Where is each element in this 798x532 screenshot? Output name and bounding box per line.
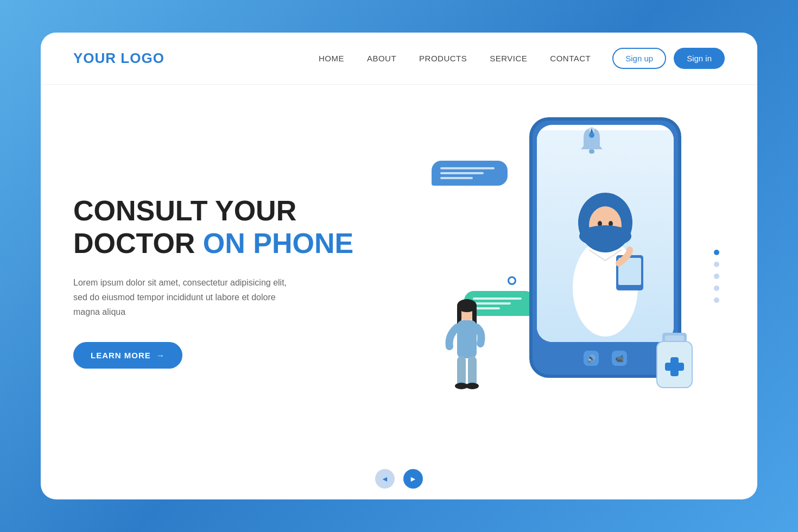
svg-point-5 [579, 225, 631, 247]
learn-more-button[interactable]: LEARN MORE → [73, 342, 182, 369]
bubble-line-1 [440, 167, 495, 169]
nav-dot-1[interactable] [714, 250, 719, 255]
patient-svg [445, 297, 489, 395]
main-content: CONSULT YOUR DOCTOR ON PHONE Lorem ipsum… [41, 85, 757, 463]
nav-service[interactable]: SERVICE [490, 54, 527, 63]
nav-home[interactable]: HOME [319, 54, 344, 63]
signup-button[interactable]: Sign up [612, 48, 666, 69]
prev-arrow-button[interactable]: ◄ [375, 469, 395, 489]
phone-video-icon: 📹 [612, 351, 627, 366]
svg-rect-23 [468, 356, 477, 386]
right-panel: + [356, 106, 725, 446]
play-arrow-button[interactable]: ► [403, 469, 423, 489]
nav-dot-2[interactable] [714, 262, 719, 267]
bottom-navigation: ◄ ► [41, 463, 757, 499]
notification-bell [578, 125, 605, 160]
bubble-line-2 [440, 172, 484, 174]
medicine-bottle [651, 333, 698, 397]
hero-description: Lorem ipsum dolor sit amet, consectetur … [73, 275, 301, 320]
svg-point-25 [466, 383, 479, 389]
svg-point-16 [589, 132, 594, 138]
medicine-bottle-svg [651, 333, 698, 395]
doctor-illustration [537, 179, 674, 342]
svg-rect-14 [589, 149, 594, 154]
learn-more-label: LEARN MORE [91, 351, 151, 360]
phone-screen [537, 125, 674, 342]
nav-contact[interactable]: CONTACT [550, 54, 591, 63]
bubble-line-3 [440, 177, 473, 179]
nav-dot-5[interactable] [714, 297, 719, 303]
doctor-area [537, 130, 674, 342]
patient-figure [445, 297, 489, 397]
left-panel: CONSULT YOUR DOCTOR ON PHONE Lorem ipsum… [73, 106, 356, 446]
nav-about[interactable]: ABOUT [367, 54, 396, 63]
hero-title-highlight: ON PHONE [203, 227, 353, 259]
nav-dot-4[interactable] [714, 286, 719, 291]
hero-title-line1: CONSULT YOUR [73, 195, 296, 226]
landing-page-card: YOUR LOGO HOME ABOUT PRODUCTS SERVICE CO… [41, 33, 757, 499]
bell-svg [578, 125, 605, 158]
svg-rect-22 [457, 356, 466, 386]
hero-title-line2: DOCTOR [73, 227, 203, 259]
hero-title: CONSULT YOUR DOCTOR ON PHONE [73, 195, 356, 260]
nav-dot-3[interactable] [714, 274, 719, 279]
signin-button[interactable]: Sign in [674, 48, 725, 69]
phone-audio-icon: 🔊 [584, 351, 599, 366]
learn-more-arrow: → [156, 351, 165, 360]
svg-rect-13 [665, 363, 684, 371]
chat-bubble-doctor [432, 161, 508, 186]
circle-outline [508, 276, 516, 285]
nav-dots [714, 250, 719, 303]
nav-links: HOME ABOUT PRODUCTS SERVICE CONTACT [319, 54, 591, 64]
nav-products[interactable]: PRODUCTS [419, 54, 467, 63]
logo: YOUR LOGO [73, 50, 164, 67]
navbar: YOUR LOGO HOME ABOUT PRODUCTS SERVICE CO… [41, 33, 757, 85]
